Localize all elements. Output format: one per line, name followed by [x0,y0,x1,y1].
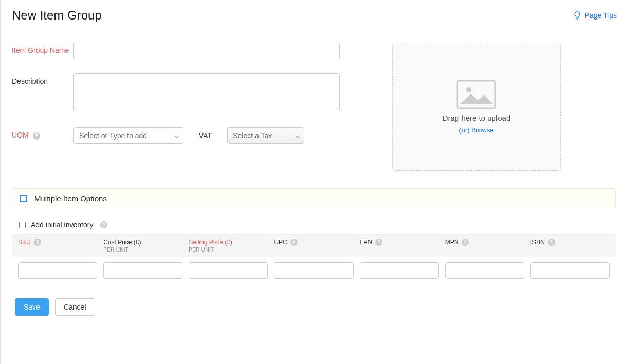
help-icon[interactable]: ? [375,239,382,246]
help-icon[interactable]: ? [548,239,555,246]
lightbulb-icon [574,11,581,20]
upc-input[interactable] [274,262,353,279]
table-row [12,257,616,284]
col-ean-header: EAN ? [360,239,439,246]
help-icon[interactable]: ? [462,239,469,246]
page-header: New Item Group Page Tips [1,0,627,30]
cost-price-input[interactable] [103,262,182,279]
save-button[interactable]: Save [15,298,49,316]
page-tips-link[interactable]: Page Tips [574,11,617,20]
help-icon[interactable]: ? [290,239,298,246]
col-selling-sub: PER UNIT [189,247,268,253]
page-tips-label: Page Tips [585,11,617,20]
image-upload-dropzone[interactable]: Drag here to upload (or) Browse [392,43,561,171]
col-cost-sub: PER UNIT [103,247,182,253]
help-icon[interactable]: ? [100,221,107,228]
help-icon[interactable]: ? [33,132,40,140]
cancel-button[interactable]: Cancel [55,298,95,316]
description-label: Description [12,73,73,87]
item-group-name-label: Item Group Name [12,43,73,56]
add-initial-inventory-label: Add initial inventory [31,221,93,229]
items-table: SKU ? Cost Price (£) PER UNIT Selling Pr… [12,234,616,284]
vat-label: VAT [196,131,215,140]
isbn-input[interactable] [530,262,610,279]
add-initial-inventory-checkbox[interactable] [19,222,26,228]
col-selling-header: Selling Price (£) [189,239,268,246]
description-input[interactable] [73,73,340,111]
uom-select[interactable]: Select or Type to add [73,127,183,144]
col-cost-header: Cost Price (£) [103,239,182,246]
upload-browse-link[interactable]: (or) Browse [459,126,493,134]
mpn-input[interactable] [445,262,524,279]
col-isbn-header: ISBN ? [530,239,610,246]
upload-main-text: Drag here to upload [442,113,511,122]
image-placeholder-icon [456,80,496,109]
sku-input[interactable] [18,262,97,279]
item-group-name-input[interactable] [73,43,340,59]
page-title: New Item Group [12,8,102,23]
svg-point-3 [466,87,471,92]
multiple-item-options-label: Multiple Item Options [34,194,107,203]
col-mpn-header: MPN ? [445,239,524,246]
help-icon[interactable]: ? [34,239,41,246]
uom-label: UOM ? [12,127,73,141]
ean-input[interactable] [360,262,439,279]
col-upc-header: UPC ? [274,239,353,246]
selling-price-input[interactable] [189,262,268,279]
vat-select[interactable]: Select a Tax [227,127,304,144]
footer-actions: Save Cancel [1,284,627,328]
multiple-item-options-checkbox[interactable] [20,195,27,202]
col-sku-header: SKU ? [18,239,97,246]
table-header-row: SKU ? Cost Price (£) PER UNIT Selling Pr… [12,234,616,257]
multiple-item-options-row: Multiple Item Options [12,188,616,208]
